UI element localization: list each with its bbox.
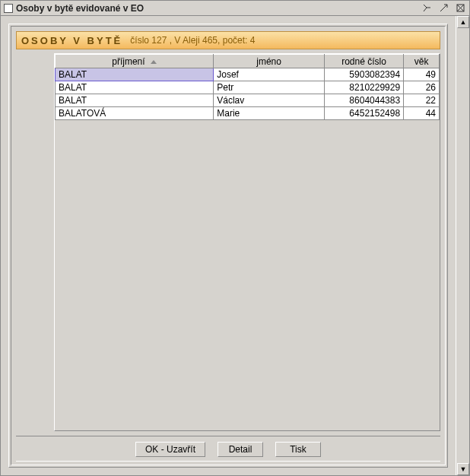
- titlebar: Osoby v bytě evidované v EO: [1, 1, 469, 16]
- cell-surname[interactable]: BALATOVÁ: [56, 107, 214, 120]
- minimize-icon[interactable]: [421, 2, 433, 14]
- cell-name[interactable]: Josef: [214, 68, 325, 81]
- app-window: Osoby v bytě evidované v EO OSOBY V BYTĚ…: [0, 0, 470, 476]
- sort-asc-icon: [151, 60, 157, 64]
- detail-button[interactable]: Detail: [218, 442, 263, 457]
- people-table: příjmení jméno rodné číslo: [55, 54, 440, 120]
- cell-age[interactable]: 49: [404, 68, 440, 81]
- col-header-age[interactable]: věk: [404, 55, 440, 68]
- table-row[interactable]: BALAT Václav 8604044383 22: [56, 94, 440, 107]
- cell-id[interactable]: 6452152498: [325, 107, 404, 120]
- cell-surname[interactable]: BALAT: [56, 68, 214, 81]
- table-row[interactable]: BALAT Petr 8210229929 26: [56, 81, 440, 94]
- cell-id[interactable]: 5903082394: [325, 68, 404, 81]
- col-header-id[interactable]: rodné číslo: [325, 55, 404, 68]
- maximize-icon[interactable]: [437, 2, 449, 14]
- cell-age[interactable]: 44: [404, 107, 440, 120]
- ok-close-button[interactable]: OK - Uzavřít: [135, 442, 205, 457]
- col-header-age-label: věk: [414, 56, 429, 67]
- panel-header: OSOBY V BYTĚ číslo 127 , V Aleji 465, po…: [16, 31, 440, 49]
- col-header-surname[interactable]: příjmení: [56, 55, 214, 68]
- app-icon: [4, 4, 13, 13]
- cell-name[interactable]: Marie: [214, 107, 325, 120]
- button-bar: OK - Uzavřít Detail Tisk: [16, 436, 440, 462]
- cell-name[interactable]: Václav: [214, 94, 325, 107]
- table-row[interactable]: BALATOVÁ Marie 6452152498 44: [56, 107, 440, 120]
- col-header-id-label: rodné číslo: [341, 56, 386, 67]
- cell-surname[interactable]: BALAT: [56, 94, 214, 107]
- cell-age[interactable]: 26: [404, 81, 440, 94]
- cell-id[interactable]: 8210229929: [325, 81, 404, 94]
- table-row[interactable]: BALAT Josef 5903082394 49: [56, 68, 440, 81]
- panel-subtitle: číslo 127 , V Aleji 465, počet: 4: [130, 35, 255, 46]
- close-icon[interactable]: [454, 2, 466, 14]
- col-header-surname-label: příjmení: [112, 56, 144, 67]
- print-button[interactable]: Tisk: [275, 442, 321, 457]
- col-header-name[interactable]: jméno: [214, 55, 325, 68]
- col-header-name-label: jméno: [256, 56, 281, 67]
- scroll-down-icon[interactable]: ▼: [457, 463, 469, 475]
- main-panel: OSOBY V BYTĚ číslo 127 , V Aleji 465, po…: [8, 24, 448, 468]
- cell-surname[interactable]: BALAT: [56, 81, 214, 94]
- window-title: Osoby v bytě evidované v EO: [16, 3, 144, 14]
- cell-age[interactable]: 22: [404, 94, 440, 107]
- scroll-up-icon[interactable]: ▲: [457, 16, 469, 28]
- cell-id[interactable]: 8604044383: [325, 94, 404, 107]
- cell-name[interactable]: Petr: [214, 81, 325, 94]
- table-container: příjmení jméno rodné číslo: [54, 53, 440, 431]
- vertical-scrollbar[interactable]: ▲ ▼: [456, 16, 469, 475]
- panel-title: OSOBY V BYTĚ: [21, 35, 122, 46]
